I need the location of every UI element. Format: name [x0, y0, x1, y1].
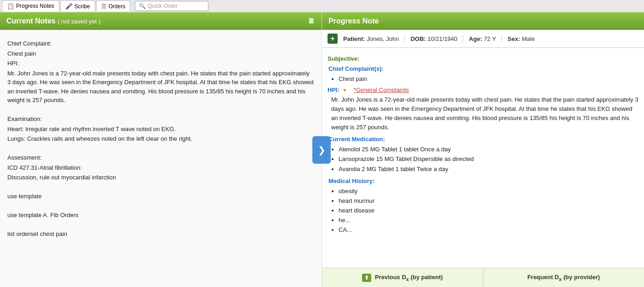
lungs-line: Lungs: Crackles rails and wheezes noted …	[7, 134, 314, 144]
chief-complaints-label: Chief Complaint(s):	[328, 64, 638, 74]
orders-icon: ☰	[101, 3, 107, 10]
frequent-dx-button[interactable]: Frequent Dx (by provider)	[483, 268, 644, 287]
quick-order-placeholder: Quick Order	[148, 3, 178, 9]
subjective-label: Subjective:	[328, 54, 638, 63]
list-item: Atenolol 25 MG Tablet 1 tablet Once a da…	[339, 145, 638, 154]
divider	[404, 35, 405, 42]
chief-complaints-list: Chest pain	[339, 75, 638, 84]
list-item: Avandia 2 MG Tablet 1 tablet Twice a day	[339, 165, 638, 174]
general-complaints-link[interactable]: *General Complaints	[354, 86, 409, 95]
examination-label: Examination:	[7, 115, 314, 124]
medical-history-label: Medical History:	[328, 177, 638, 186]
tab-bar: 📋 Progress Notes 🎤 Scribe ☰ Orders 🔍 Qui…	[0, 0, 644, 12]
list-item: heart murmur	[339, 196, 638, 206]
tab-orders-label: Orders	[109, 3, 126, 10]
heart-line: Heart: Irregular rate and rhythm inverte…	[7, 125, 314, 134]
hpi-paragraph: Mr. John Jones is a 72-year-old male pre…	[331, 95, 638, 132]
tab-progress-notes-label: Progress Notes	[16, 3, 54, 9]
medical-history-list: obesity heart murmur heart disease he...…	[339, 187, 638, 235]
progress-note-title: Progress Note	[328, 17, 379, 25]
freq-dx-label: Frequent Dx (by provider)	[527, 274, 600, 282]
assessment-label: Assessment:	[7, 153, 314, 162]
dropdown-icon: ▼	[342, 86, 347, 94]
list-orderset: list orderset chest pain	[7, 230, 314, 239]
tab-scribe[interactable]: 🎤 Scribe	[60, 0, 95, 11]
tab-orders[interactable]: ☰ Orders	[96, 0, 131, 11]
list-item: Chest pain	[339, 75, 638, 84]
right-panel: Progress Note + Patient: Jones, John DOB…	[322, 12, 644, 287]
list-item: heart disease	[339, 206, 638, 215]
notes-icon: 📋	[7, 3, 14, 10]
quick-order-input[interactable]: 🔍 Quick Order	[135, 1, 208, 11]
progress-note-content: Subjective: Chief Complaint(s): Chest pa…	[322, 48, 644, 268]
hpi-label: HPI:	[7, 59, 314, 68]
tab-scribe-label: Scribe	[75, 3, 90, 10]
hpi-text: Mr. John Jones is a 72-year-old male pre…	[7, 69, 314, 105]
use-template-1: use template	[7, 192, 314, 201]
dob-field: DOB: 10/21/1940	[410, 35, 457, 42]
expand-arrow-button[interactable]: ❯	[312, 136, 331, 164]
list-item: he...	[339, 216, 638, 225]
search-icon: 🔍	[139, 3, 146, 9]
list-item: Lansoprazole 15 MG Tablet Dispersible as…	[339, 155, 638, 164]
list-item: obesity	[339, 187, 638, 196]
discussion-line: Discussion, rule out myocardial infarcti…	[7, 173, 314, 182]
notes-content: Chief Complaint: Chest pain HPI: Mr. Joh…	[0, 30, 322, 287]
prev-dx-label: Previous Dx (by patient)	[375, 274, 443, 282]
sex-field: Sex: Male	[507, 35, 535, 42]
use-template-2: use template A. Fib Orders	[7, 211, 314, 220]
hpi-section-label: HPI:	[328, 86, 339, 95]
tab-progress-notes[interactable]: 📋 Progress Notes	[2, 0, 59, 11]
add-button[interactable]: +	[328, 34, 338, 44]
icd-line: ICD 427.31-Atrial fibrillation:	[7, 163, 314, 172]
chevron-right-icon: ❯	[318, 144, 326, 155]
patient-info-bar: + Patient: Jones, John DOB: 10/21/1940 A…	[322, 30, 644, 48]
divider	[463, 35, 463, 42]
bottom-bar: ⬆ Previous Dx (by patient) Frequent Dx (…	[322, 268, 644, 287]
left-panel: Current Notes ( not saved yet ) 🗎 Chief …	[0, 12, 322, 287]
patient-field: Patient: Jones, John	[343, 35, 399, 42]
medications-list: Atenolol 25 MG Tablet 1 tablet Once a da…	[339, 145, 638, 173]
age-field: Age: 72 Y	[469, 35, 496, 42]
save-document-icon: 🗎	[308, 17, 315, 25]
scribe-icon: 🎤	[65, 3, 73, 10]
progress-note-header: Progress Note	[322, 12, 644, 30]
divider	[501, 35, 502, 42]
prev-dx-icon: ⬆	[362, 274, 371, 282]
chief-complaint-value: Chest pain	[7, 49, 314, 58]
previous-dx-button[interactable]: ⬆ Previous Dx (by patient)	[322, 268, 483, 287]
main-layout: Current Notes ( not saved yet ) 🗎 Chief …	[0, 12, 644, 287]
not-saved-label: ( not saved yet )	[58, 18, 100, 25]
current-notes-title: Current Notes ( not saved yet )	[6, 17, 100, 25]
hpi-row: HPI: ▼ *General Complaints	[328, 86, 638, 95]
chief-complaint-label: Chief Complaint:	[7, 39, 314, 48]
list-item: CA...	[339, 225, 638, 235]
current-medication-label: Current Medication:	[328, 135, 638, 144]
current-notes-header: Current Notes ( not saved yet ) 🗎	[0, 12, 322, 30]
